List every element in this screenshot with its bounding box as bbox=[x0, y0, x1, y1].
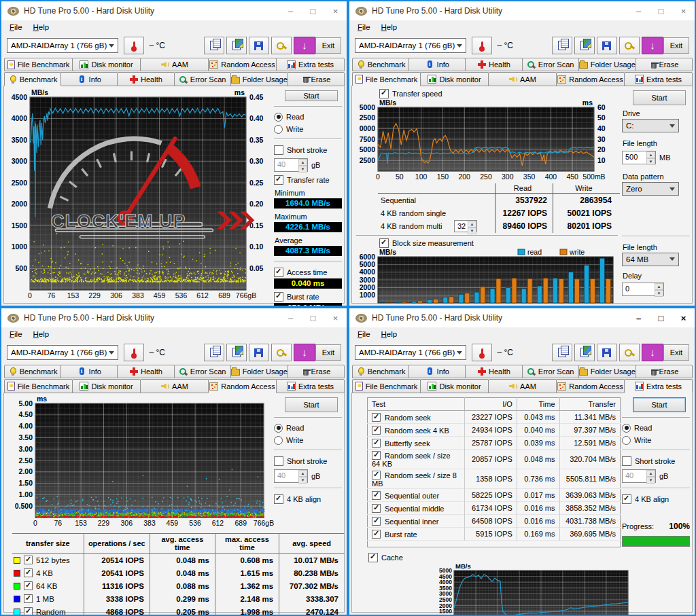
start-button[interactable]: Start bbox=[285, 397, 338, 412]
tab-info[interactable]: Info bbox=[60, 365, 118, 378]
tab-aam[interactable]: AAM bbox=[140, 58, 209, 71]
tab-disk-monitor[interactable]: Disk monitor bbox=[72, 58, 141, 71]
options-keys-button[interactable] bbox=[619, 344, 640, 361]
temperature-button[interactable] bbox=[124, 344, 144, 361]
test-checkbox[interactable] bbox=[372, 426, 381, 435]
copy-image-button[interactable] bbox=[226, 37, 247, 54]
tab-benchmark[interactable]: Benchmark bbox=[4, 365, 61, 378]
cache-checkbox[interactable] bbox=[368, 553, 378, 562]
stroke-size-spinner[interactable]: 40▲▼ bbox=[622, 469, 656, 483]
download-button[interactable]: ↓ bbox=[642, 37, 663, 54]
tab-folder-usage[interactable]: Folder Usage bbox=[578, 365, 636, 378]
read-radio[interactable] bbox=[274, 424, 283, 433]
save-button[interactable] bbox=[249, 37, 269, 54]
test-checkbox[interactable] bbox=[372, 517, 381, 526]
tab-extra-tests[interactable]: Extra tests bbox=[276, 379, 345, 393]
temperature-button[interactable] bbox=[472, 37, 492, 54]
minimize-button[interactable]: – bbox=[627, 1, 650, 20]
burst-rate-checkbox[interactable] bbox=[274, 292, 283, 302]
menu-help[interactable]: Help bbox=[28, 22, 55, 33]
test-checkbox[interactable] bbox=[372, 491, 381, 500]
short-stroke-checkbox[interactable] bbox=[274, 145, 283, 155]
tab-file-benchmark[interactable]: File Benchmark bbox=[352, 72, 421, 86]
save-button[interactable] bbox=[249, 344, 269, 361]
exit-button[interactable]: Exit bbox=[663, 344, 689, 361]
transfer-speed-checkbox[interactable] bbox=[379, 89, 389, 98]
drive-select[interactable]: AMD-RAIDArray 1 (766 gB) bbox=[355, 345, 466, 360]
block-size-checkbox[interactable] bbox=[379, 238, 389, 248]
tab-error-scan[interactable]: Error Scan bbox=[522, 365, 579, 378]
tab-benchmark[interactable]: Benchmark bbox=[352, 58, 409, 71]
copy-text-button[interactable] bbox=[204, 37, 224, 54]
tab-health[interactable]: Health bbox=[117, 72, 174, 86]
file-length-spinner[interactable]: 500▲▼ bbox=[622, 151, 656, 164]
menu-file[interactable]: File bbox=[352, 329, 376, 340]
tab-disk-monitor[interactable]: Disk monitor bbox=[72, 379, 141, 393]
exit-button[interactable]: Exit bbox=[663, 37, 689, 54]
copy-text-button[interactable] bbox=[204, 344, 224, 361]
minimize-button[interactable]: – bbox=[279, 1, 302, 20]
tab-erase[interactable]: Erase bbox=[288, 365, 345, 378]
tab-aam[interactable]: AAM bbox=[488, 379, 557, 393]
start-button[interactable]: Start bbox=[633, 397, 686, 412]
tab-extra-tests[interactable]: Extra tests bbox=[276, 58, 345, 71]
tab-random-access[interactable]: Random Access bbox=[208, 379, 277, 393]
series-checkbox[interactable] bbox=[24, 556, 33, 564]
tab-random-access[interactable]: Random Access bbox=[208, 58, 277, 71]
series-checkbox[interactable] bbox=[24, 568, 33, 577]
copy-image-button[interactable] bbox=[226, 344, 247, 361]
write-radio[interactable] bbox=[274, 125, 283, 134]
copy-image-button[interactable] bbox=[574, 37, 595, 54]
tab-folder-usage[interactable]: Folder Usage bbox=[230, 72, 288, 86]
maximize-button[interactable]: □ bbox=[302, 308, 324, 327]
close-button[interactable]: × bbox=[324, 1, 347, 20]
options-keys-button[interactable] bbox=[271, 37, 292, 54]
access-time-checkbox[interactable] bbox=[274, 268, 283, 277]
tab-error-scan[interactable]: Error Scan bbox=[174, 365, 231, 378]
tab-file-benchmark[interactable]: File Benchmark bbox=[352, 379, 421, 393]
maximize-button[interactable]: □ bbox=[302, 1, 324, 20]
test-checkbox[interactable] bbox=[372, 451, 381, 460]
tab-disk-monitor[interactable]: Disk monitor bbox=[420, 72, 489, 86]
close-button[interactable]: × bbox=[672, 308, 695, 327]
tab-extra-tests[interactable]: Extra tests bbox=[624, 379, 693, 393]
write-radio[interactable] bbox=[622, 436, 631, 445]
test-checkbox[interactable] bbox=[372, 413, 381, 422]
write-radio[interactable] bbox=[274, 436, 283, 445]
tab-info[interactable]: Info bbox=[408, 58, 466, 71]
tab-benchmark[interactable]: Benchmark bbox=[4, 72, 61, 86]
options-keys-button[interactable] bbox=[619, 37, 640, 54]
menu-file[interactable]: File bbox=[4, 22, 28, 33]
exit-button[interactable]: Exit bbox=[315, 37, 341, 54]
read-radio[interactable] bbox=[274, 113, 283, 122]
series-checkbox[interactable] bbox=[24, 607, 33, 616]
menu-help[interactable]: Help bbox=[376, 22, 403, 33]
tab-extra-tests[interactable]: Extra tests bbox=[624, 72, 693, 86]
tab-erase[interactable]: Erase bbox=[636, 58, 693, 71]
series-checkbox[interactable] bbox=[24, 594, 33, 603]
maximize-button[interactable]: □ bbox=[650, 308, 672, 327]
drive-letter-select[interactable]: C: bbox=[622, 119, 679, 132]
test-checkbox[interactable] bbox=[372, 504, 381, 513]
minimize-button[interactable]: – bbox=[279, 308, 302, 327]
tab-random-access[interactable]: Random Access bbox=[556, 72, 625, 86]
tab-file-benchmark[interactable]: File Benchmark bbox=[4, 379, 73, 393]
temperature-button[interactable] bbox=[124, 37, 144, 54]
align-checkbox[interactable] bbox=[274, 494, 283, 504]
stroke-size-spinner[interactable]: 40▲▼ bbox=[274, 158, 308, 172]
copy-image-button[interactable] bbox=[574, 344, 595, 361]
maximize-button[interactable]: □ bbox=[650, 1, 672, 20]
menu-file[interactable]: File bbox=[352, 22, 376, 33]
download-button[interactable]: ↓ bbox=[294, 344, 315, 361]
copy-text-button[interactable] bbox=[552, 344, 572, 361]
tab-benchmark[interactable]: Benchmark bbox=[352, 365, 409, 378]
drive-select[interactable]: AMD-RAIDArray 1 (766 gB) bbox=[7, 345, 118, 360]
tab-aam[interactable]: AAM bbox=[488, 72, 557, 86]
download-button[interactable]: ↓ bbox=[294, 37, 315, 54]
tab-folder-usage[interactable]: Folder Usage bbox=[578, 58, 636, 71]
delay-spinner[interactable]: 0▲▼ bbox=[622, 283, 664, 296]
stroke-size-spinner[interactable]: 40▲▼ bbox=[274, 469, 308, 483]
read-radio[interactable] bbox=[622, 424, 631, 433]
data-pattern-select[interactable]: Zero bbox=[622, 182, 679, 196]
close-button[interactable]: × bbox=[672, 1, 695, 20]
